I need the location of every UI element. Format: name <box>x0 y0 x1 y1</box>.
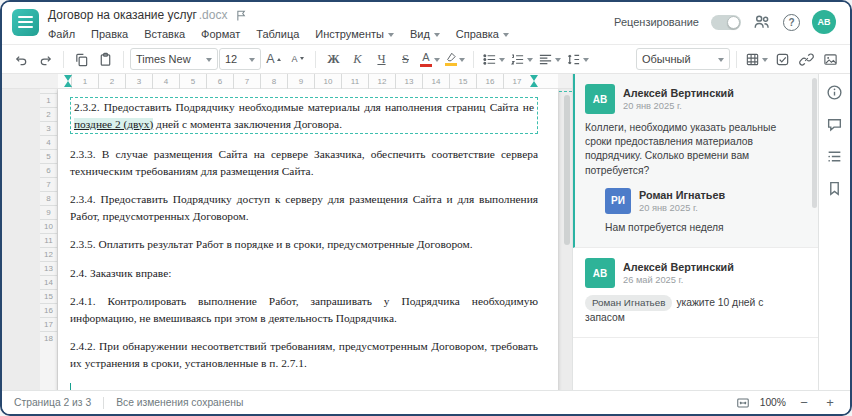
text-cursor <box>70 383 71 390</box>
document-scrollbar[interactable] <box>564 95 570 245</box>
strikethrough-button[interactable]: S <box>394 48 417 71</box>
toolbar: Times New 12 А А Ж К Ч S А <box>2 44 850 74</box>
insert-checkbox-button[interactable] <box>771 48 794 71</box>
italic-button[interactable]: К <box>346 48 369 71</box>
comment-anchored-text[interactable]: позднее 2 (двух) <box>74 118 153 130</box>
font-size-select[interactable]: 12 <box>219 48 261 70</box>
numbered-list-button[interactable] <box>508 48 535 71</box>
zoom-controls: 100% − + <box>736 396 838 410</box>
chevron-down-icon <box>503 33 509 40</box>
bookmark-icon[interactable] <box>826 180 843 197</box>
right-indent-marker[interactable] <box>530 81 538 87</box>
help-icon[interactable]: ? <box>783 14 800 31</box>
comment-thread-2[interactable]: АВ Алексей Вертинский 26 май 2025 г. Ром… <box>573 248 818 338</box>
underline-button[interactable]: Ч <box>370 48 393 71</box>
document-title[interactable]: Договор на оказание услуг.docx <box>48 6 509 24</box>
app-logo-button[interactable] <box>12 9 39 36</box>
menu-file[interactable]: Файл <box>48 28 75 40</box>
comment-thread-1[interactable]: АВ Алексей Вертинский 20 янв 2025 г. Кол… <box>573 74 818 248</box>
document-title-text: Договор на оказание услуг <box>48 8 197 22</box>
comment-text: Роман Игнатьевукажите 10 дней с запасом <box>585 295 804 325</box>
document-extension: .docx <box>199 8 228 22</box>
review-mode-label: Рецензирование <box>614 16 699 28</box>
chevron-down-icon <box>459 58 465 65</box>
paragraph[interactable]: 2.3.4. Предоставить Подрядчику доступ к … <box>70 191 538 224</box>
content-area: 1234567891011121314151617 12345678910111… <box>2 74 850 390</box>
insert-image-button[interactable] <box>819 48 842 71</box>
document-column: 1234567891011121314151617 12345678910111… <box>2 74 572 390</box>
paste-button[interactable] <box>94 48 117 71</box>
chevron-down-icon <box>583 58 589 65</box>
insert-link-button[interactable] <box>795 48 818 71</box>
left-indent-marker[interactable] <box>64 81 72 87</box>
app-window: Договор на оказание услуг.docx Файл Прав… <box>0 0 852 416</box>
vertical-ruler: 123456789101112131415161718 <box>40 89 58 390</box>
toolbar-separator <box>123 51 124 68</box>
menu-help[interactable]: Справка <box>456 28 509 40</box>
review-toggle[interactable] <box>711 15 741 30</box>
user-avatar[interactable]: АВ <box>812 10 836 34</box>
comments-icon[interactable] <box>826 116 843 133</box>
menu-tools[interactable]: Инструменты <box>315 28 394 40</box>
statusbar: Страница 2 из 3 Все изменения сохранены … <box>2 390 850 414</box>
comments-panel: АВ Алексей Вертинский 20 янв 2025 г. Кол… <box>572 74 818 390</box>
font-color-button[interactable]: А <box>418 48 442 71</box>
paragraph[interactable]: 2.4.1. Контролировать выполнение Работ, … <box>70 293 538 326</box>
save-status: Все изменения сохранены <box>116 397 243 408</box>
menu-insert[interactable]: Вставка <box>144 28 185 40</box>
menu-table[interactable]: Таблица <box>256 28 299 40</box>
comment-reply[interactable]: РИ Роман Игнатьев 20 янв 2025 г. Нам пот… <box>605 188 804 235</box>
arrow-up-icon <box>277 56 281 61</box>
flag-icon[interactable] <box>235 9 248 22</box>
menu-view[interactable]: Вид <box>410 28 440 40</box>
collaborators-icon[interactable] <box>753 13 771 31</box>
hamburger-icon <box>18 16 33 18</box>
highlight-color-button[interactable] <box>443 48 467 71</box>
reply-author: Роман Игнатьев <box>639 188 725 202</box>
zoom-out-button[interactable]: − <box>796 396 812 409</box>
bold-button[interactable]: Ж <box>322 48 345 71</box>
chevron-down-icon <box>434 58 440 65</box>
fit-width-icon[interactable] <box>736 396 750 410</box>
paragraph[interactable]: 2.3.3. В случае размещения Сайта на серв… <box>70 146 538 179</box>
chevron-down-icon <box>388 33 394 40</box>
chevron-down-icon <box>762 58 768 65</box>
right-sidebar-rail <box>818 74 850 390</box>
paragraph[interactable]: 2.4. Заказчик вправе: <box>70 265 538 282</box>
paragraph[interactable]: 2.4.2. При обнаружении несоответствий тр… <box>70 338 538 371</box>
chevron-down-icon <box>527 58 533 65</box>
chevron-down-icon <box>249 58 255 65</box>
page-indicator[interactable]: Страница 2 из 3 <box>14 397 91 408</box>
font-family-select[interactable]: Times New <box>130 48 218 70</box>
redo-button[interactable] <box>34 48 57 71</box>
reply-text: Нам потребуется неделя <box>605 221 804 235</box>
align-button[interactable] <box>536 48 563 71</box>
menu-format[interactable]: Формат <box>201 28 240 40</box>
insert-table-button[interactable] <box>743 48 770 71</box>
copy-button[interactable] <box>70 48 93 71</box>
bullet-list-button[interactable] <box>480 48 507 71</box>
zoom-level[interactable]: 100% <box>760 397 786 408</box>
paragraph[interactable]: 2.3.5. Оплатить результат Работ в порядк… <box>70 236 538 253</box>
chevron-down-icon <box>555 58 561 65</box>
paragraph[interactable]: 2.3.2. Предоставить Подрядчику необходим… <box>70 97 538 134</box>
line-spacing-button[interactable] <box>564 48 591 71</box>
undo-button[interactable] <box>10 48 33 71</box>
zoom-in-button[interactable]: + <box>822 396 838 409</box>
chevron-down-icon <box>434 33 440 40</box>
horizontal-ruler: 1234567891011121314151617 <box>2 74 572 89</box>
toolbar-separator <box>473 51 474 68</box>
navigation-icon[interactable] <box>826 148 843 165</box>
comments-scrollbar[interactable] <box>812 78 817 208</box>
menu-edit[interactable]: Правка <box>91 28 128 40</box>
document-scroll-area: 123456789101112131415161718 2.3.2. Предо… <box>2 89 572 390</box>
document-info-icon[interactable] <box>826 84 843 101</box>
document-page[interactable]: 2.3.2. Предоставить Подрядчику необходим… <box>58 89 558 390</box>
mention-chip[interactable]: Роман Игнатьев <box>585 295 672 311</box>
increase-font-button[interactable]: А <box>262 48 285 71</box>
decrease-font-button[interactable]: А <box>286 48 309 71</box>
h-ruler-numbers: 1234567891011121314151617 <box>71 74 530 89</box>
highlight-color-swatch <box>445 63 457 66</box>
comment-avatar: АВ <box>585 84 615 114</box>
paragraph-style-select[interactable]: Обычный <box>636 48 730 70</box>
